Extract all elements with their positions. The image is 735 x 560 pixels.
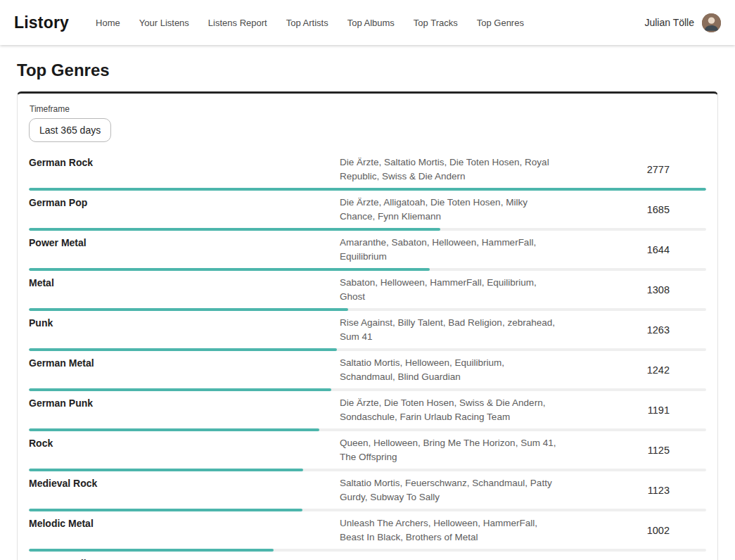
user-menu[interactable]: Julian Tölle: [644, 13, 721, 32]
nav-item-top-genres[interactable]: Top Genres: [477, 18, 524, 28]
genres-card: Timeframe Last 365 days German RockDie Ä…: [17, 91, 718, 560]
app-logo[interactable]: Listory: [14, 13, 69, 32]
genre-count: 1263: [558, 324, 706, 336]
genre-artists: Rise Against, Billy Talent, Bad Religion…: [340, 316, 558, 344]
genre-row: PunkRise Against, Billy Talent, Bad Reli…: [29, 311, 706, 351]
genre-name: German Rock: [29, 155, 340, 168]
genre-bar-track: [29, 428, 706, 431]
genre-count: 1308: [558, 284, 706, 295]
nav-item-listens-report[interactable]: Listens Report: [208, 18, 267, 28]
timeframe-select[interactable]: Last 365 days: [29, 118, 111, 142]
genre-bar-fill: [29, 228, 440, 231]
genre-artists: Die Ärzte, Alligatoah, Die Toten Hosen, …: [340, 196, 558, 224]
genre-bar-fill: [29, 308, 348, 311]
genre-artists: Bukahara, Käptn Peng, KYTES, Von Wegen L…: [340, 556, 558, 560]
genre-bar-fill: [29, 268, 430, 271]
genre-artists: Die Ärzte, Die Toten Hosen, Swiss & Die …: [340, 396, 558, 424]
genre-row: RockQueen, Helloween, Bring Me The Horiz…: [29, 431, 706, 471]
genre-row: Medieval RockSaltatio Mortis, Feuerschwa…: [29, 471, 706, 511]
genre-count: 1644: [558, 244, 706, 255]
genre-count: 1685: [558, 204, 706, 215]
genre-name: Medieval Rock: [29, 476, 340, 489]
genre-bar-fill: [29, 388, 331, 391]
app-header: Listory HomeYour ListensListens ReportTo…: [0, 0, 735, 45]
timeframe-label: Timeframe: [30, 104, 706, 114]
nav-item-top-tracks[interactable]: Top Tracks: [414, 18, 458, 28]
genre-bar-fill: [29, 469, 303, 471]
page-title: Top Genres: [17, 61, 718, 80]
genre-count: 1002: [558, 525, 706, 536]
genre-row: German IndieBukahara, Käptn Peng, KYTES,…: [29, 552, 706, 560]
user-avatar-icon: [702, 13, 721, 32]
genre-name: German Pop: [29, 196, 340, 208]
genre-bar-fill: [29, 509, 302, 511]
nav-item-home[interactable]: Home: [96, 18, 120, 28]
genre-artists: Amaranthe, Sabaton, Helloween, HammerFal…: [340, 236, 558, 264]
genre-bar-track: [29, 348, 706, 351]
genre-bar-fill: [29, 549, 274, 552]
genre-row: German PopDie Ärzte, Alligatoah, Die Tot…: [29, 191, 706, 231]
genre-row: Melodic MetalUnleash The Archers, Hellow…: [29, 511, 706, 552]
user-avatar[interactable]: [702, 13, 721, 32]
genre-artists: Sabaton, Helloween, HammerFall, Equilibr…: [340, 276, 558, 304]
genre-row: German PunkDie Ärzte, Die Toten Hosen, S…: [29, 391, 706, 431]
genre-name: German Indie: [29, 556, 340, 560]
main-nav: HomeYour ListensListens ReportTop Artist…: [96, 18, 524, 28]
genre-count: 1242: [558, 364, 706, 376]
genre-name: Rock: [29, 436, 340, 449]
genre-artists: Queen, Helloween, Bring Me The Horizon, …: [340, 436, 558, 464]
nav-item-top-artists[interactable]: Top Artists: [286, 18, 328, 28]
genre-name: Power Metal: [29, 236, 340, 248]
genre-count: 1123: [558, 485, 706, 496]
genre-name: Melodic Metal: [29, 516, 340, 529]
nav-item-top-albums[interactable]: Top Albums: [347, 18, 395, 28]
genre-name: German Metal: [29, 356, 340, 369]
genres-table: German RockDie Ärzte, Saltatio Mortis, D…: [29, 151, 706, 560]
genre-row: German MetalSaltatio Mortis, Helloween, …: [29, 351, 706, 391]
genre-count: 1191: [558, 405, 706, 416]
user-name: Julian Tölle: [644, 17, 694, 28]
timeframe-value: Last 365 days: [39, 125, 101, 136]
genre-bar-track: [29, 549, 706, 552]
nav-item-your-listens[interactable]: Your Listens: [139, 18, 189, 28]
genre-name: German Punk: [29, 396, 340, 409]
genre-count: 1125: [558, 445, 706, 456]
genre-artists: Saltatio Mortis, Feuerschwanz, Schandmau…: [340, 476, 558, 504]
genre-artists: Unleash The Archers, Helloween, HammerFa…: [340, 516, 558, 545]
genre-row: German RockDie Ärzte, Saltatio Mortis, D…: [29, 151, 706, 191]
genre-artists: Saltatio Mortis, Helloween, Equilibrium,…: [340, 356, 558, 384]
genre-bar-track: [29, 268, 706, 271]
genre-bar-fill: [29, 188, 706, 191]
genre-bar-fill: [29, 428, 319, 431]
genre-artists: Die Ärzte, Saltatio Mortis, Die Toten Ho…: [340, 155, 558, 184]
genre-name: Metal: [29, 276, 340, 288]
genre-bar-track: [29, 388, 706, 391]
genre-bar-fill: [29, 348, 337, 351]
genre-name: Punk: [29, 316, 340, 329]
genre-bar-track: [29, 188, 706, 191]
genre-row: MetalSabaton, Helloween, HammerFall, Equ…: [29, 271, 706, 311]
genre-bar-track: [29, 509, 706, 511]
genre-bar-track: [29, 228, 706, 231]
genre-bar-track: [29, 469, 706, 471]
genre-bar-track: [29, 308, 706, 311]
page-content: Top Genres Timeframe Last 365 days Germa…: [0, 61, 735, 560]
genre-row: Power MetalAmaranthe, Sabaton, Helloween…: [29, 231, 706, 271]
genre-count: 2777: [558, 164, 706, 175]
